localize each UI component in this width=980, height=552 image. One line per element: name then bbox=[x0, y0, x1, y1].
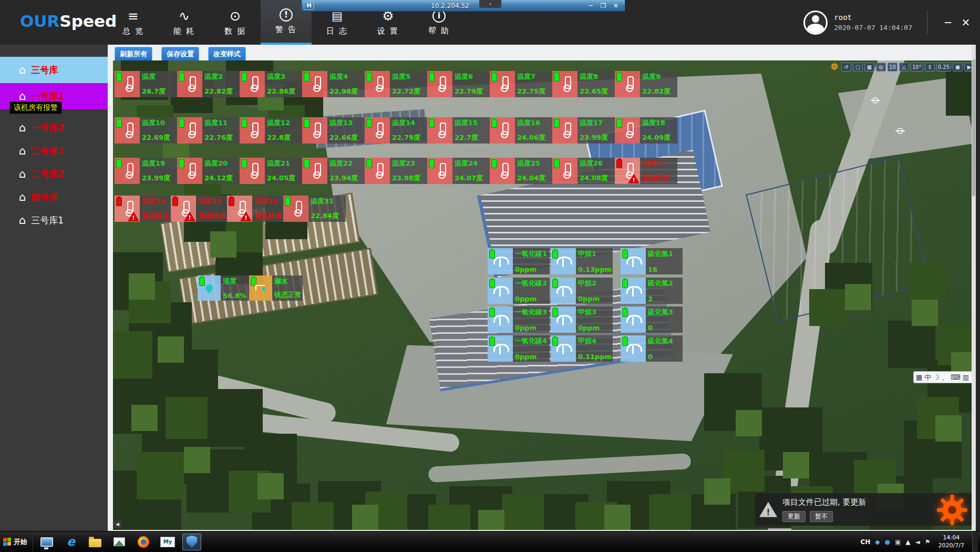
app-close-button[interactable]: ✕ bbox=[957, 16, 975, 29]
map-control-button[interactable]: 10 bbox=[888, 63, 898, 71]
gas-sensor-tile[interactable]: 一氧化碳3 0ppm bbox=[488, 306, 550, 333]
toolbar-button[interactable]: 改变样式 bbox=[208, 47, 246, 62]
bgwin-restore-button[interactable]: ❐ bbox=[599, 2, 608, 9]
app-minimize-button[interactable]: ─ bbox=[939, 16, 957, 29]
user-avatar-icon[interactable] bbox=[803, 11, 828, 35]
sidebar-room-item[interactable]: 二号库1 bbox=[0, 139, 108, 162]
map-control-button[interactable]: △ bbox=[899, 63, 909, 71]
map-control-button[interactable]: 0.25 bbox=[936, 63, 951, 71]
taskbar-app-button[interactable]: e bbox=[61, 534, 80, 550]
temperature-sensor-tile[interactable]: ! 温度30 通讯错误 bbox=[227, 196, 290, 222]
background-window-icon[interactable]: H bbox=[304, 2, 314, 10]
nav-tab[interactable]: 能 耗 bbox=[159, 0, 210, 45]
sidebar-room-item[interactable]: 三号库1 bbox=[0, 209, 108, 232]
tray-icon[interactable]: ⚑ bbox=[925, 539, 931, 545]
nav-tab[interactable]: 总 览 bbox=[108, 0, 159, 45]
gas-sensor-tile[interactable]: 一氧化碳2 0ppm bbox=[488, 278, 550, 304]
ime-bar-icon[interactable]: ☽ bbox=[933, 374, 940, 381]
taskbar-app-button[interactable] bbox=[110, 534, 129, 550]
show-desktop-button[interactable] bbox=[972, 531, 978, 552]
gas-sensor-tile[interactable]: 一氧化碳4 0ppm bbox=[488, 335, 550, 362]
sidebar-room-item[interactable]: 三号库 bbox=[0, 57, 108, 83]
map-control-button[interactable]: ↕ bbox=[925, 63, 935, 71]
temperature-sensor-tile[interactable]: ! 温度17 23.99度 bbox=[552, 117, 615, 144]
settings-gear-icon[interactable] bbox=[937, 495, 967, 525]
sidebar-room-item[interactable]: 四号库 bbox=[0, 186, 108, 209]
temperature-sensor-tile[interactable]: ! 温度16 24.06度 bbox=[490, 117, 552, 144]
taskbar-app-button[interactable] bbox=[134, 534, 153, 550]
temperature-sensor-tile[interactable]: ! 温度23 23.98度 bbox=[365, 158, 427, 184]
map-control-button[interactable]: ◎ bbox=[876, 63, 886, 71]
language-indicator[interactable]: CH bbox=[860, 538, 870, 546]
temperature-sensor-tile[interactable]: ! 温度14 22.79度 bbox=[365, 117, 427, 144]
gas-sensor-tile[interactable]: 一氧化碳1 0ppm bbox=[488, 248, 550, 274]
tray-icon[interactable]: ◆ bbox=[875, 539, 880, 545]
bgwin-close-button[interactable]: ✕ bbox=[611, 2, 621, 9]
sidebar-room-item[interactable]: 一号库2 bbox=[0, 116, 108, 139]
temperature-sensor-tile[interactable]: ! 温度7 22.75度 bbox=[490, 71, 552, 97]
environment-sensor-tile[interactable]: 湿度 56.8% bbox=[198, 275, 251, 301]
facility-map[interactable]: ↺▢▦◎10△10°↕0.25▣▶ ! 温度 26.7度 bbox=[113, 60, 972, 530]
map-scroll-left-arrow[interactable]: ◀ bbox=[114, 520, 121, 528]
map-control-button[interactable]: ▦ bbox=[864, 63, 874, 71]
tray-icon[interactable]: ▣ bbox=[895, 539, 901, 545]
temperature-sensor-tile[interactable]: ! 温度19 23.99度 bbox=[115, 158, 177, 184]
gas-sensor-tile[interactable]: 甲烷1 0.13ppm bbox=[551, 248, 613, 274]
recorder-tab-chevron-icon[interactable]: ⌄ bbox=[479, 0, 501, 8]
start-button[interactable]: 开始 bbox=[0, 531, 33, 552]
tray-icon[interactable]: ◄ bbox=[915, 539, 920, 545]
bgwin-minimize-button[interactable]: ─ bbox=[586, 2, 595, 9]
taskbar-clock[interactable]: 14:04 2020/7/7 bbox=[935, 534, 967, 550]
map-control-button[interactable]: ▢ bbox=[853, 63, 863, 71]
taskbar-app-button[interactable]: My bbox=[158, 534, 177, 550]
gas-sensor-tile[interactable]: 硫化氢1 16 bbox=[621, 248, 683, 274]
gas-sensor-tile[interactable]: 甲烷2 0ppm bbox=[551, 278, 613, 304]
nav-tab[interactable]: 数 据 bbox=[210, 0, 261, 45]
toolbar-button[interactable]: 保存设置 bbox=[161, 47, 199, 62]
notification-button[interactable]: 暂不 bbox=[810, 511, 833, 522]
map-control-button[interactable]: 10° bbox=[911, 63, 923, 71]
temperature-sensor-tile[interactable]: ! 温度20 24.12度 bbox=[177, 158, 240, 184]
temperature-sensor-tile[interactable]: ! 温度11 22.76度 bbox=[177, 117, 240, 144]
taskbar-app-button[interactable] bbox=[182, 534, 201, 550]
map-control-button[interactable]: ↺ bbox=[841, 63, 851, 71]
taskbar-app-button[interactable] bbox=[86, 534, 105, 550]
taskbar-app-button[interactable] bbox=[37, 534, 56, 550]
gas-sensor-tile[interactable]: 硫化氢3 0 bbox=[621, 306, 683, 333]
notification-button[interactable]: 更新 bbox=[782, 511, 806, 522]
ime-bar-icon[interactable]: ▦ bbox=[916, 374, 922, 381]
toolbar-button[interactable]: 刷新所有 bbox=[115, 47, 152, 62]
temperature-sensor-tile[interactable]: ! 温度26 24.08度 bbox=[552, 158, 615, 184]
tray-icon[interactable]: ▲ bbox=[905, 539, 910, 545]
temperature-sensor-tile[interactable]: ! 温度28 通讯错误 bbox=[115, 196, 177, 222]
temperature-sensor-tile[interactable]: ! 温度27 通讯错误 bbox=[615, 158, 677, 184]
temperature-sensor-tile[interactable]: ! 温度18 24.09度 bbox=[615, 117, 677, 144]
temperature-sensor-tile[interactable]: ! 温度12 22.8度 bbox=[240, 117, 302, 144]
map-control-button[interactable]: ▶ bbox=[964, 63, 972, 71]
temperature-sensor-tile[interactable]: ! 温度25 24.04度 bbox=[490, 158, 552, 184]
temperature-sensor-tile[interactable]: ! 温度8 22.65度 bbox=[552, 71, 615, 97]
ime-bar-icon[interactable]: 、 bbox=[942, 374, 948, 381]
sidebar-room-item[interactable]: 二号库2 bbox=[0, 162, 108, 186]
gas-sensor-tile[interactable]: 硫化氢4 0 bbox=[621, 335, 683, 362]
scrollbar-thumb[interactable] bbox=[972, 59, 975, 196]
vertical-scrollbar[interactable] bbox=[972, 45, 976, 531]
ime-bar-icon[interactable]: ▥ bbox=[963, 374, 969, 381]
temperature-sensor-tile[interactable]: ! 温度2 22.82度 bbox=[177, 71, 240, 97]
temperature-sensor-tile[interactable]: ! 温度5 22.72度 bbox=[365, 71, 427, 97]
ime-bar-icon[interactable]: ✎ bbox=[971, 374, 972, 381]
gas-sensor-tile[interactable]: 硫化氢2 2 bbox=[621, 278, 683, 304]
ime-bar-icon[interactable]: 中 bbox=[924, 374, 931, 381]
temperature-sensor-tile[interactable]: ! 温度22 23.94度 bbox=[302, 158, 365, 184]
environment-sensor-tile[interactable]: 漏水 状态正常 bbox=[249, 275, 303, 301]
gas-sensor-tile[interactable]: 甲烷3 0ppm bbox=[551, 306, 613, 333]
temperature-sensor-tile[interactable]: ! 温度6 22.79度 bbox=[427, 71, 490, 97]
temperature-sensor-tile[interactable]: ! 温度13 22.66度 bbox=[302, 117, 365, 144]
compass-gear-icon[interactable] bbox=[829, 62, 840, 71]
temperature-sensor-tile[interactable]: ! 温度10 22.69度 bbox=[115, 117, 177, 144]
ime-bar-icon[interactable]: ⌨ bbox=[951, 374, 961, 381]
temperature-sensor-tile[interactable]: ! 温度 26.7度 bbox=[115, 71, 177, 97]
temperature-sensor-tile[interactable]: ! 温度21 24.05度 bbox=[240, 158, 302, 184]
background-window-titlebar[interactable]: H 10.2.204.52 ─ ❐ ✕ bbox=[301, 0, 625, 12]
gas-sensor-tile[interactable]: 甲烷4 0.11ppm bbox=[551, 335, 613, 362]
